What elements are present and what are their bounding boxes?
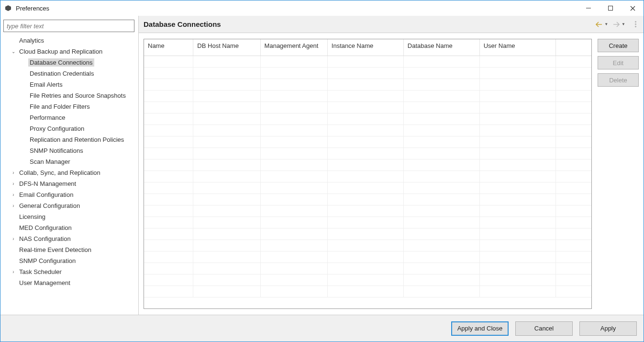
table-row[interactable] xyxy=(144,194,591,205)
tree-item[interactable]: ›NAS Configuration xyxy=(3,233,135,244)
tree-item[interactable]: File and Folder Filters xyxy=(3,101,135,112)
tree-item-label: DFS-N Management xyxy=(18,180,78,188)
table-row[interactable] xyxy=(144,67,591,79)
tree-item-label: Analytics xyxy=(18,36,45,45)
nav-forward-menu[interactable]: ▼ xyxy=(622,22,625,26)
tree-item-label: Real-time Event Detection xyxy=(18,246,93,254)
table-row[interactable] xyxy=(144,171,591,182)
tree-item[interactable]: ›Email Configuration xyxy=(3,189,135,200)
table-row[interactable] xyxy=(144,251,591,262)
table-row[interactable] xyxy=(144,125,591,136)
table-row[interactable] xyxy=(144,56,591,67)
tree-item-label: SNMP Notifications xyxy=(28,147,85,155)
column-header[interactable]: User Name xyxy=(479,39,555,56)
table-row[interactable] xyxy=(144,262,591,274)
minimize-button[interactable] xyxy=(577,0,600,16)
table-row[interactable] xyxy=(144,182,591,194)
svg-marker-0 xyxy=(5,5,11,11)
nav-back-menu[interactable]: ▼ xyxy=(604,22,608,26)
tree-item[interactable]: Scan Manager xyxy=(3,156,135,167)
table-actions: Create Edit Delete xyxy=(598,39,639,309)
column-header[interactable]: Database Name xyxy=(403,39,479,56)
chevron-right-icon[interactable]: › xyxy=(10,170,17,175)
table-row[interactable] xyxy=(144,113,591,125)
view-menu-icon[interactable] xyxy=(632,20,639,29)
column-header[interactable]: Management Agent xyxy=(260,39,327,56)
tree-item[interactable]: Database Connections xyxy=(3,57,135,68)
tree-item-label: SNMP Configuration xyxy=(18,257,77,265)
preferences-tree[interactable]: Analytics⌄Cloud Backup and ReplicationDa… xyxy=(3,35,135,311)
apply-and-close-button[interactable]: Apply and Close xyxy=(451,321,509,336)
tree-item[interactable]: ⌄Cloud Backup and Replication xyxy=(3,46,135,57)
chevron-right-icon[interactable]: › xyxy=(10,236,17,241)
window-title: Preferences xyxy=(16,5,49,12)
tree-item-label: File Retries and Source Snapshots xyxy=(28,91,127,100)
tree-item[interactable]: File Retries and Source Snapshots xyxy=(3,90,135,101)
table-row[interactable] xyxy=(144,274,591,285)
delete-button[interactable]: Delete xyxy=(598,73,639,87)
apply-button[interactable]: Apply xyxy=(579,321,637,336)
tree-item-label: Proxy Configuration xyxy=(28,125,86,133)
tree-item-label: Licensing xyxy=(18,213,47,221)
table-row[interactable] xyxy=(144,228,591,239)
titlebar: Preferences xyxy=(0,0,644,16)
table-row[interactable] xyxy=(144,205,591,217)
nav-back-icon[interactable] xyxy=(595,20,603,29)
chevron-right-icon[interactable]: › xyxy=(10,203,17,208)
column-header[interactable]: DB Host Name xyxy=(193,39,260,56)
maximize-button[interactable] xyxy=(600,0,622,16)
tree-item[interactable]: SNMP Notifications xyxy=(3,145,135,156)
app-icon xyxy=(4,4,12,12)
tree-item[interactable]: User Management xyxy=(3,277,135,288)
table-row[interactable] xyxy=(144,90,591,102)
tree-item[interactable]: ›General Configuration xyxy=(3,200,135,211)
tree-item[interactable]: Email Alerts xyxy=(3,79,135,90)
chevron-right-icon[interactable]: › xyxy=(10,269,17,274)
edit-button[interactable]: Edit xyxy=(598,56,639,69)
tree-item[interactable]: Replication and Retention Policies xyxy=(3,134,135,145)
table-row[interactable] xyxy=(144,136,591,148)
connections-table[interactable]: NameDB Host NameManagement AgentInstance… xyxy=(144,39,592,309)
column-header[interactable] xyxy=(555,39,591,56)
tree-item-label: General Configuration xyxy=(18,202,81,210)
close-button[interactable] xyxy=(622,0,644,16)
table-row[interactable] xyxy=(144,159,591,171)
table-row[interactable] xyxy=(144,148,591,159)
table-row[interactable] xyxy=(144,102,591,113)
tree-item[interactable]: ›Collab, Sync, and Replication xyxy=(3,167,135,178)
table-row[interactable] xyxy=(144,285,591,297)
tree-item[interactable]: MED Configuration xyxy=(3,222,135,233)
cancel-button[interactable]: Cancel xyxy=(515,321,573,336)
column-header[interactable]: Instance Name xyxy=(327,39,403,56)
filter-input[interactable] xyxy=(3,20,134,32)
tree-item-label: Database Connections xyxy=(28,58,94,67)
tree-item[interactable]: Analytics xyxy=(3,35,135,46)
tree-item-label: Cloud Backup and Replication xyxy=(18,47,104,56)
tree-item[interactable]: Performance xyxy=(3,112,135,123)
chevron-right-icon[interactable]: › xyxy=(10,192,17,197)
tree-item-label: NAS Configuration xyxy=(18,235,72,243)
tree-item[interactable]: ›DFS-N Management xyxy=(3,178,135,189)
tree-item-label: Performance xyxy=(28,114,67,122)
tree-item-label: User Management xyxy=(18,279,72,287)
table-row[interactable] xyxy=(144,239,591,251)
chevron-down-icon[interactable]: ⌄ xyxy=(10,49,17,54)
chevron-right-icon[interactable]: › xyxy=(10,181,17,186)
tree-item-label: MED Configuration xyxy=(18,224,73,232)
table-row[interactable] xyxy=(144,217,591,228)
tree-item-label: Task Scheduler xyxy=(18,268,63,276)
tree-item[interactable]: ›Task Scheduler xyxy=(3,266,135,277)
tree-item[interactable]: Real-time Event Detection xyxy=(3,244,135,255)
table-row[interactable] xyxy=(144,79,591,90)
tree-item-label: Destination Credentials xyxy=(28,69,95,78)
nav-forward-icon[interactable] xyxy=(612,20,621,29)
column-header[interactable]: Name xyxy=(144,39,193,56)
page-title: Database Connections xyxy=(144,20,221,28)
tree-item-label: Email Alerts xyxy=(28,80,64,89)
sidebar: Analytics⌄Cloud Backup and ReplicationDa… xyxy=(0,16,138,315)
tree-item[interactable]: Licensing xyxy=(3,211,135,222)
tree-item[interactable]: Destination Credentials xyxy=(3,68,135,79)
create-button[interactable]: Create xyxy=(598,39,639,52)
tree-item[interactable]: SNMP Configuration xyxy=(3,255,135,266)
tree-item[interactable]: Proxy Configuration xyxy=(3,123,135,134)
